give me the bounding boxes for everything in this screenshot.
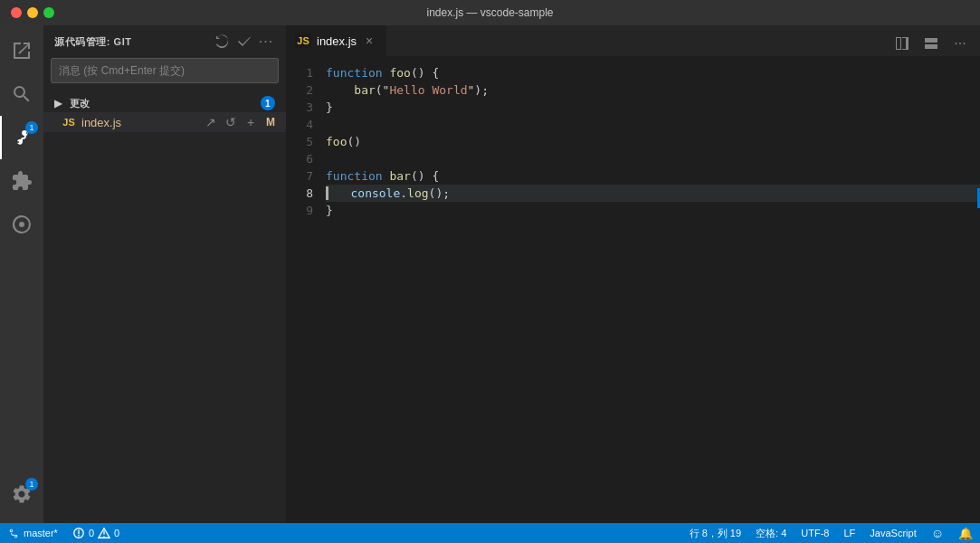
encoding-status[interactable]: UTF-8 (794, 528, 836, 538)
changes-label: 更改 (70, 97, 90, 110)
line-num-4: 4 (286, 116, 313, 133)
keyword-function-1: function (326, 64, 383, 81)
line-num-2: 2 (286, 81, 313, 99)
code-line-4 (326, 116, 980, 133)
commit-button[interactable] (235, 33, 253, 51)
language-label: JavaScript (870, 528, 916, 538)
encoding-label: UTF-8 (801, 528, 829, 538)
sidebar-header: 源代码管理: GIT ··· (43, 25, 286, 58)
maximize-button[interactable] (43, 7, 54, 18)
file-modified-badge: M (266, 116, 275, 129)
branch-name: master* (24, 528, 58, 538)
code-line-7: function bar() { (326, 167, 980, 185)
settings-activity-icon[interactable]: 1 (0, 472, 43, 516)
changes-section: ▶ 更改 1 JS index.js ↗ ↺ + M (43, 90, 286, 136)
language-status[interactable]: JavaScript (862, 528, 923, 538)
commit-input-area (51, 58, 279, 83)
error-count: 0 (89, 528, 94, 538)
tab-bar: JS index.js × ··· (286, 25, 980, 57)
changes-header-right: 1 (261, 96, 275, 110)
indent-status[interactable]: 空格: 4 (748, 527, 794, 540)
tab-js-icon: JS (295, 33, 311, 48)
refresh-button[interactable] (214, 33, 232, 51)
split-editor-button[interactable] (890, 31, 915, 56)
keyword-function-7: function (326, 167, 383, 185)
line-num-5: 5 (286, 133, 313, 150)
line-num-7: 7 (286, 167, 313, 185)
extensions-activity-icon[interactable] (0, 159, 43, 203)
line-num-8: 8 (286, 185, 313, 202)
errors-status[interactable]: 0 0 (65, 523, 127, 543)
activity-bottom: 1 (0, 472, 43, 523)
indent-label: 空格: 4 (756, 527, 786, 540)
more-actions-button[interactable]: ··· (257, 33, 275, 51)
code-line-3: } (326, 99, 980, 116)
tab-close-button[interactable]: × (362, 33, 376, 48)
status-right: 行 8，列 19 空格: 4 UTF-8 LF JavaScript ☺ 🔔 (682, 526, 980, 540)
source-control-activity-icon[interactable]: 1 (0, 116, 43, 159)
code-line-1: function foo() { (326, 64, 980, 81)
discard-changes-button[interactable]: ↺ (223, 114, 239, 130)
editor-area: JS index.js × ··· 1 2 3 (286, 25, 980, 523)
window-title: index.js — vscode-sample (426, 6, 553, 19)
sidebar-title: 源代码管理: GIT (54, 35, 132, 49)
code-line-2: bar("Hello World"); (326, 81, 980, 99)
notifications-status[interactable]: 🔔 (951, 527, 980, 540)
warning-icon (98, 527, 110, 539)
tab-label: index.js (317, 34, 357, 48)
tab-index-js[interactable]: JS index.js × (286, 25, 386, 56)
code-line-5: foo() (326, 133, 980, 150)
cursor-position: 行 8，列 19 (690, 527, 741, 540)
commit-message-input[interactable] (51, 58, 279, 83)
main-area: 1 1 源代码管理: GIT (0, 25, 980, 523)
branch-status[interactable]: master* (0, 523, 65, 543)
sidebar: 源代码管理: GIT ··· ▶ (43, 25, 286, 523)
git-branch-icon (7, 527, 20, 539)
search-activity-icon[interactable] (0, 72, 43, 116)
remote-activity-icon[interactable] (0, 203, 43, 246)
line-ending-status[interactable]: LF (837, 528, 863, 538)
changes-header[interactable]: ▶ 更改 1 (43, 94, 286, 112)
warning-count: 0 (114, 528, 119, 538)
code-line-6 (326, 150, 980, 167)
js-file-icon: JS (62, 115, 76, 129)
bell-icon: 🔔 (958, 527, 973, 540)
line-num-6: 6 (286, 150, 313, 167)
settings-badge: 1 (25, 478, 38, 491)
changes-chevron-icon: ▶ (54, 98, 62, 110)
smiley-icon: ☺ (931, 526, 944, 540)
code-content[interactable]: function foo() { bar("Hello World"); } f… (322, 57, 980, 523)
changes-header-left: ▶ 更改 (54, 97, 90, 110)
changes-count-badge: 1 (261, 96, 275, 110)
line-numbers: 1 2 3 4 5 6 7 8 9 (286, 57, 322, 523)
code-line-9: } (326, 202, 980, 219)
file-item[interactable]: JS index.js ↗ ↺ + M (43, 112, 286, 132)
titlebar: index.js — vscode-sample (0, 0, 980, 25)
error-icon (72, 527, 85, 539)
line-num-1: 1 (286, 64, 313, 81)
activity-bar: 1 1 (0, 25, 43, 523)
source-control-badge: 1 (25, 121, 38, 134)
minimize-button[interactable] (27, 7, 38, 18)
line-ending-label: LF (844, 528, 856, 538)
code-editor[interactable]: 1 2 3 4 5 6 7 8 9 function foo() { bar("… (286, 57, 980, 523)
feedback-status[interactable]: ☺ (924, 526, 951, 540)
status-bar: master* 0 0 行 8，列 19 空格: 4 UTF-8 LF Java… (0, 523, 980, 543)
stage-file-button[interactable]: + (243, 114, 259, 130)
open-file-button[interactable]: ↗ (203, 114, 219, 130)
explorer-icon[interactable] (0, 29, 43, 72)
more-editor-actions-button[interactable]: ··· (947, 31, 973, 56)
line-num-9: 9 (286, 202, 313, 219)
file-actions: ↗ ↺ + M (203, 114, 275, 130)
traffic-lights (11, 7, 54, 18)
line-num-3: 3 (286, 99, 313, 116)
file-name: index.js (81, 116, 203, 129)
close-button[interactable] (11, 7, 22, 18)
split-editor-down-button[interactable] (918, 31, 944, 56)
cursor-position-status[interactable]: 行 8，列 19 (682, 527, 748, 540)
code-line-8: console.log(); (326, 185, 980, 202)
text-cursor (326, 186, 328, 200)
tab-bar-actions: ··· (882, 31, 980, 56)
sidebar-actions: ··· (214, 33, 275, 51)
